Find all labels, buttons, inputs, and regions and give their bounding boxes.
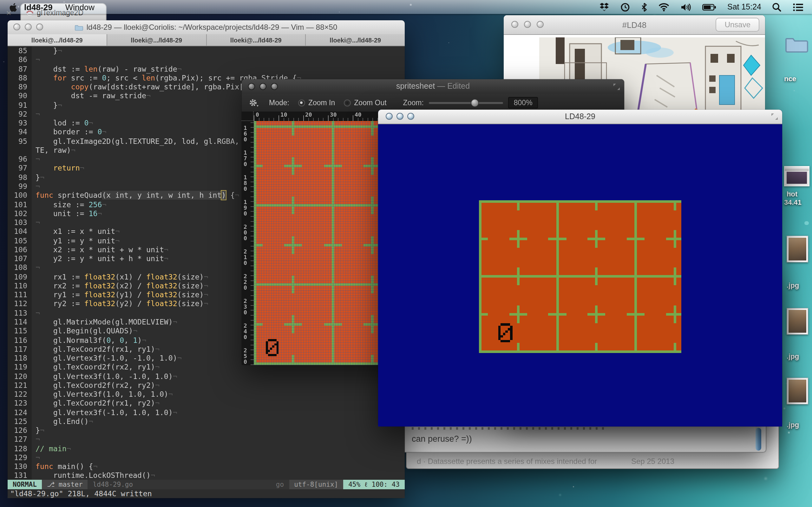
game-titlebar[interactable]: LD48-29 <box>378 110 782 124</box>
spotlight-icon[interactable] <box>772 2 781 12</box>
apple-menu-icon[interactable] <box>9 2 18 12</box>
spritesheet-titlebar[interactable]: spritesheet — Edited <box>242 79 624 95</box>
chat-titlebar[interactable]: #LD48 Unsave <box>504 15 765 35</box>
code-segment: gl.Vertex3f(1.0, 1.0, 1.0) <box>36 390 168 399</box>
code-segment: 0 <box>119 336 124 344</box>
line-number: 131 <box>8 471 32 481</box>
texture-grid-mark <box>548 313 566 315</box>
fullscreen-icon[interactable] <box>613 83 620 91</box>
star-dot <box>794 90 795 92</box>
scrollbar-thumb[interactable] <box>756 428 761 451</box>
code-segment: ¬ <box>93 462 98 471</box>
line-code: }¬ <box>32 426 44 435</box>
desktop-icon-label[interactable]: hot <box>786 190 798 198</box>
photo-file-icon[interactable] <box>786 378 808 404</box>
code-segment: ¬ <box>97 209 102 218</box>
texture-grid-mark <box>548 200 566 203</box>
screenshot-file-icon[interactable] <box>784 166 809 186</box>
folder-icon[interactable] <box>785 36 808 56</box>
code-segment: rx2 := <box>36 281 84 290</box>
terminal-tab[interactable]: lloeki@.../ld48-29 <box>8 34 107 46</box>
code-segment: ¬ <box>71 146 75 155</box>
texture-grid-mark <box>627 350 645 353</box>
vim-command-line: "ld48-29.go" 218L, 4844C written <box>8 489 405 498</box>
zoom-in-radio[interactable] <box>298 99 305 106</box>
game-viewport[interactable] <box>378 124 782 427</box>
code-segment: ¬ <box>36 435 40 444</box>
star-dot <box>573 486 574 487</box>
line-number: 100 <box>8 191 32 200</box>
code-segment: ¬ <box>36 263 40 272</box>
code-segment: , <box>124 336 133 344</box>
terminal-tab[interactable]: lloeki@.../ld48-29 <box>107 34 207 46</box>
line-number <box>8 146 32 155</box>
vim-line: 128// main¬ <box>8 444 405 453</box>
ruler-h-label: 10 <box>281 112 287 118</box>
texture-grid-mark <box>479 313 488 315</box>
code-segment: } <box>36 426 40 435</box>
podcast-entry-text: d · Datassette presents a series of mixe… <box>417 457 597 466</box>
line-number: 103 <box>8 218 32 227</box>
ruler-h-label: 20 <box>305 112 312 118</box>
desktop-icon-label[interactable]: .jpg <box>786 352 799 360</box>
zoom-in-label[interactable]: Zoom In <box>308 99 335 107</box>
desktop-icon-label[interactable]: .jpg <box>786 281 799 289</box>
line-number: 89 <box>8 82 32 92</box>
line-number: 108 <box>8 263 32 273</box>
desktop-icon-label[interactable]: 34.41 <box>784 199 802 206</box>
wifi-icon[interactable] <box>659 3 670 11</box>
code-segment: gl.TexCoord2f(rx1, ry2) <box>36 399 155 408</box>
menu-item-window[interactable]: Window <box>65 2 95 12</box>
volume-icon[interactable] <box>681 3 691 11</box>
ruler-v-label: 1 9 0 <box>244 200 247 217</box>
unsave-button[interactable]: Unsave <box>716 18 759 32</box>
photo-file-icon[interactable] <box>786 236 808 262</box>
terminal-tab[interactable]: lloeki@.../ld48-29 <box>306 34 405 46</box>
code-segment: ¬ <box>115 227 119 236</box>
code-segment: ¬ <box>36 218 40 227</box>
code-segment: , <box>111 336 119 344</box>
zoom-slider[interactable] <box>429 102 503 104</box>
line-code: gl.TexCoord2f(rx1, ry1)¬ <box>32 345 159 354</box>
line-number: 114 <box>8 318 32 327</box>
menu-app-name[interactable]: ld48-29 <box>24 2 53 12</box>
code-segment: 0 <box>97 128 102 136</box>
photo-file-icon[interactable] <box>786 308 808 335</box>
code-segment: gl.Vertex3f(-1.0, -1.0, 1.0) <box>36 354 177 362</box>
battery-icon[interactable] <box>703 3 716 10</box>
code-segment: ¬ <box>177 354 182 362</box>
line-code: rx1 := float32(x1) / float32(size)¬ <box>32 272 208 281</box>
star-dot <box>449 42 450 43</box>
zoom-slider-knob[interactable] <box>471 99 479 107</box>
time-machine-icon[interactable] <box>621 2 630 12</box>
line-number: 107 <box>8 254 32 263</box>
menu-clock[interactable]: Sat 15:24 <box>727 3 761 11</box>
desktop-icon-label[interactable]: .jpg <box>786 421 799 429</box>
line-code: }¬ <box>32 101 62 110</box>
notification-center-icon[interactable] <box>793 3 803 11</box>
code-segment: gl.MatrixMode(gl.MODELVIEW) <box>36 318 173 326</box>
zoom-out-label[interactable]: Zoom Out <box>354 99 386 107</box>
cursor-position-indicator: 45% ℓ 100: 43 <box>343 480 405 489</box>
zoom-out-radio[interactable] <box>344 99 351 106</box>
terminal-titlebar[interactable]: ld48-29 — lloeki@Coriolis: ~/Workspace/p… <box>8 20 405 35</box>
code-segment: main() { <box>53 462 93 471</box>
ruler-major-tick <box>278 115 279 121</box>
bluetooth-icon[interactable] <box>642 2 647 12</box>
line-number: 92 <box>8 110 32 119</box>
line-code: size := 256¬ <box>32 200 106 209</box>
desktop-icon-label[interactable]: nce <box>784 75 796 82</box>
code-segment: gl.TexCoord2f(rx2, ry2) <box>36 381 155 390</box>
line-number: 110 <box>8 281 32 291</box>
code-segment: ¬ <box>164 245 168 254</box>
terminal-tab[interactable]: lloeki@.../ld48-29 <box>206 34 306 46</box>
line-code: gl.Vertex3f(1.0, -1.0, 1.0)¬ <box>32 372 177 381</box>
gear-action-icon[interactable] <box>249 98 259 107</box>
line-code: gl.End()¬ <box>32 417 93 426</box>
line-code: y2 := y * unit + h * unit¬ <box>32 254 168 263</box>
texture-grid-mark <box>627 275 645 278</box>
code-segment: func <box>36 191 53 200</box>
fullscreen-icon[interactable] <box>771 113 778 120</box>
dropbox-icon[interactable] <box>600 3 609 11</box>
code-segment: (x int, y int, w int, h int <box>102 191 221 200</box>
